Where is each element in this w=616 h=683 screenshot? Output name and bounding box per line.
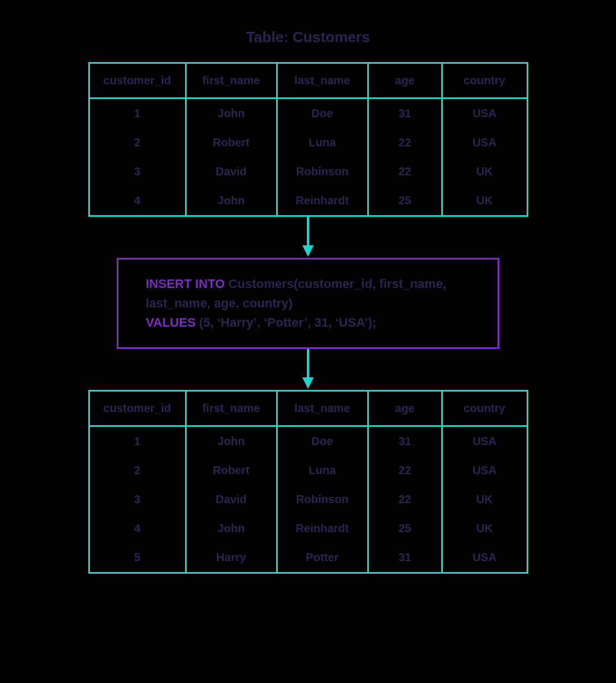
table-row: 1JohnDoe31USA: [89, 426, 527, 456]
cell-age: 22: [368, 485, 442, 514]
svg-marker-3: [302, 377, 314, 389]
table-header-row: customer_id first_name last_name age cou…: [89, 63, 527, 98]
cell-customer-id: 3: [89, 157, 186, 186]
col-header-last-name: last_name: [277, 391, 368, 426]
cell-last-name: Potter: [277, 543, 368, 573]
col-header-first-name: first_name: [186, 63, 277, 98]
cell-country: USA: [442, 128, 527, 157]
table-row: 2RobertLuna22USA: [89, 128, 527, 157]
svg-marker-1: [302, 245, 314, 257]
cell-age: 22: [368, 157, 442, 186]
cell-customer-id: 5: [89, 543, 186, 573]
table-body-after: 1JohnDoe31USA2RobertLuna22USA3DavidRobin…: [89, 426, 527, 573]
cell-last-name: Doe: [277, 98, 368, 129]
table-header-row: customer_id first_name last_name age cou…: [89, 391, 527, 426]
cell-age: 25: [368, 186, 442, 216]
table-row: 2RobertLuna22USA: [89, 456, 527, 485]
table-row: 3DavidRobinson22UK: [89, 157, 527, 186]
cell-first-name: Robert: [186, 128, 277, 157]
customers-table-before: customer_id first_name last_name age cou…: [88, 62, 528, 217]
cell-last-name: Reinhardt: [277, 514, 368, 543]
cell-country: USA: [442, 426, 527, 456]
cell-last-name: Luna: [277, 456, 368, 485]
cell-first-name: David: [186, 157, 277, 186]
col-header-country: country: [442, 63, 527, 98]
cell-country: UK: [442, 514, 527, 543]
table-row: 4JohnReinhardt25UK: [89, 514, 527, 543]
cell-country: UK: [442, 485, 527, 514]
arrow-down-icon: [299, 349, 317, 390]
col-header-customer-id: customer_id: [89, 63, 186, 98]
cell-customer-id: 3: [89, 485, 186, 514]
cell-last-name: Robinson: [277, 485, 368, 514]
cell-last-name: Reinhardt: [277, 186, 368, 216]
cell-customer-id: 1: [89, 426, 186, 456]
cell-first-name: Harry: [186, 543, 277, 573]
cell-first-name: John: [186, 98, 277, 129]
cell-age: 31: [368, 543, 442, 573]
cell-country: USA: [442, 456, 527, 485]
cell-first-name: John: [186, 426, 277, 456]
cell-last-name: Doe: [277, 426, 368, 456]
arrow-down-2: [299, 349, 317, 390]
col-header-age: age: [368, 63, 442, 98]
table-row: 5HarryPotter31USA: [89, 543, 527, 573]
arrow-down-1: [299, 217, 317, 258]
cell-customer-id: 4: [89, 186, 186, 216]
cell-last-name: Robinson: [277, 157, 368, 186]
cell-age: 31: [368, 426, 442, 456]
cell-age: 31: [368, 98, 442, 129]
cell-customer-id: 4: [89, 514, 186, 543]
table-row: 1JohnDoe31USA: [89, 98, 527, 129]
customers-table-after: customer_id first_name last_name age cou…: [88, 390, 528, 574]
col-header-country: country: [442, 391, 527, 426]
table-row: 4JohnReinhardt25UK: [89, 186, 527, 216]
col-header-last-name: last_name: [277, 63, 368, 98]
cell-first-name: Robert: [186, 456, 277, 485]
cell-customer-id: 2: [89, 456, 186, 485]
cell-age: 22: [368, 128, 442, 157]
sql-text-line2: (5, ‘Harry’, ‘Potter’, 31, ‘USA’);: [196, 315, 376, 330]
col-header-customer-id: customer_id: [89, 391, 186, 426]
cell-age: 25: [368, 514, 442, 543]
table-row: 3DavidRobinson22UK: [89, 485, 527, 514]
sql-keyword-values: VALUES: [146, 315, 196, 330]
cell-first-name: David: [186, 485, 277, 514]
cell-first-name: John: [186, 514, 277, 543]
table-body-before: 1JohnDoe31USA2RobertLuna22USA3DavidRobin…: [89, 98, 527, 216]
sql-keyword-insert-into: INSERT INTO: [146, 277, 225, 291]
cell-country: USA: [442, 98, 527, 129]
cell-age: 22: [368, 456, 442, 485]
cell-last-name: Luna: [277, 128, 368, 157]
cell-customer-id: 2: [89, 128, 186, 157]
cell-customer-id: 1: [89, 98, 186, 129]
cell-country: UK: [442, 186, 527, 216]
cell-first-name: John: [186, 186, 277, 216]
cell-country: UK: [442, 157, 527, 186]
sql-statement-box: INSERT INTO Customers(customer_id, first…: [117, 258, 499, 349]
page-title: Table: Customers: [246, 28, 370, 46]
col-header-first-name: first_name: [186, 391, 277, 426]
cell-country: USA: [442, 543, 527, 573]
col-header-age: age: [368, 391, 442, 426]
arrow-down-icon: [299, 217, 317, 258]
